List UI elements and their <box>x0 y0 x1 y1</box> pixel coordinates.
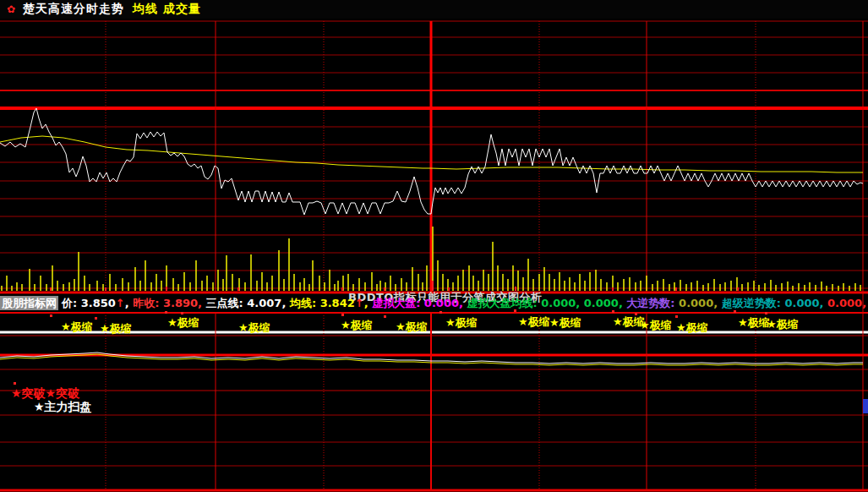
status-segment: 昨收: <box>133 297 163 309</box>
extreme-shrink-marker: ★极缩 <box>100 321 132 336</box>
signal-dot <box>765 312 767 314</box>
status-segment: 价: <box>62 297 81 309</box>
site-badge: 股朋指标网 <box>0 296 58 310</box>
signal-dot <box>635 313 637 315</box>
signal-dot <box>14 382 16 385</box>
status-segment: 虚拟大盘均线: <box>467 297 541 309</box>
status-segment: ↑ <box>116 297 125 309</box>
signal-dot <box>675 315 678 318</box>
status-segment: 超级逆势数: <box>722 297 785 309</box>
signal-dot <box>514 309 516 312</box>
status-segment: 0.000, <box>784 297 827 309</box>
extreme-shrink-marker: ★极缩 <box>549 315 581 331</box>
extreme-shrink-marker: ★极缩 <box>341 318 373 333</box>
status-segment: 3.850 <box>81 297 116 309</box>
extreme-shrink-marker: ★极缩 <box>738 315 770 331</box>
status-segment: , <box>364 297 372 309</box>
extreme-shrink-marker: ★极缩 <box>676 320 708 336</box>
chart-title: 楚天高速分时走势 <box>23 2 124 17</box>
extreme-shrink-marker: ★极缩 <box>518 314 550 330</box>
status-segment: 0.000, <box>679 297 722 309</box>
chart-subtitle: 均线 成交量 <box>133 2 201 17</box>
status-segment: 0.000, <box>827 297 868 309</box>
signal-dot <box>50 314 52 317</box>
chart-canvas[interactable] <box>0 0 868 492</box>
status-segment: 均线: <box>290 297 320 309</box>
signal-dot <box>95 317 97 320</box>
status-segment: , <box>125 297 133 309</box>
extreme-shrink-marker: ★极缩 <box>396 320 428 335</box>
status-segment: 3.890, <box>163 297 206 309</box>
signal-dot <box>165 311 167 314</box>
status-values: 价: 3.850↑, 昨收: 3.890, 三点线: 4.007, 均线: 3.… <box>62 297 868 309</box>
extreme-shrink-marker: ★极缩 <box>445 315 478 331</box>
status-segment: 4.007, <box>247 297 290 309</box>
scrollbar-fragment[interactable] <box>863 399 868 413</box>
signal-dot <box>439 311 442 314</box>
signal-dot <box>181 312 183 314</box>
extreme-shrink-marker: ★极缩 <box>167 315 199 331</box>
window-titlebar: ✿ 楚天高速分时走势 均线 成交量 <box>0 0 868 19</box>
status-segment: 大逆势数: <box>626 297 679 309</box>
extreme-shrink-marker: ★极缩 <box>640 318 672 333</box>
status-segment: 三点线: <box>206 297 248 309</box>
extreme-shrink-marker: ★极缩 <box>61 320 93 335</box>
signal-dot <box>734 310 736 313</box>
status-bar: 股朋指标网价: 3.850↑, 昨收: 3.890, 三点线: 4.007, 均… <box>0 296 868 311</box>
status-segment: 0.000, 0.000, <box>541 297 626 309</box>
signal-dot <box>384 315 386 318</box>
status-segment: 0.000, <box>424 297 467 309</box>
app-icon: ✿ <box>7 0 15 19</box>
extreme-shrink-marker: ★极缩 <box>767 317 799 332</box>
signal-dot <box>612 310 614 313</box>
status-segment: 3.842 <box>320 297 355 309</box>
status-segment: ↑ <box>355 297 364 309</box>
status-segment: 虚拟大盘: <box>372 297 424 309</box>
extreme-shrink-marker: ★极缩 <box>238 320 270 336</box>
main-force-sweep-label: ★主力扫盘 <box>34 400 92 415</box>
signal-dot <box>341 314 344 316</box>
